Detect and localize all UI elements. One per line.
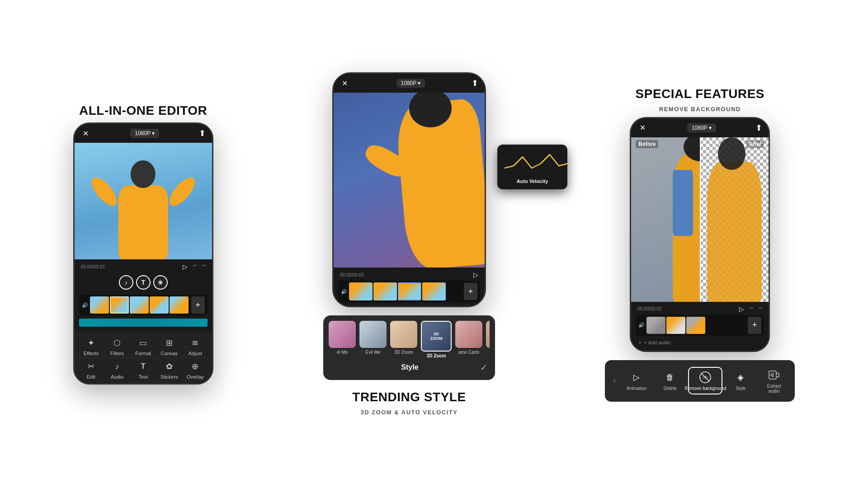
right-section: SPECIAL FEATURES REMOVE BACKGROUND ✕ 108… <box>605 87 795 402</box>
clip-3[interactable] <box>130 296 149 314</box>
center-video-preview <box>334 93 485 267</box>
right-clip-2[interactable] <box>666 317 685 334</box>
music-pin[interactable]: ♪ <box>119 275 133 290</box>
left-phone: ✕ 1080P ▾ ⬆ <box>73 122 213 385</box>
play-button[interactable]: ▷ <box>183 263 188 270</box>
clip-1[interactable] <box>90 296 109 314</box>
center-clip-track: 🔊 + <box>338 281 480 302</box>
center-close-button[interactable]: ✕ <box>340 78 350 88</box>
canvas-tool[interactable]: ⊞ Canvas <box>158 337 180 356</box>
right-clip-track: 🔊 + <box>636 315 764 336</box>
toolbar-row-2: ✂ Edit ♪ Audio T Text ✿ Stickers <box>75 358 212 381</box>
audio-icon: ♪ <box>111 360 123 373</box>
toolbar-row-1: ✦ Effects ⬡ Filters ▭ Format ⊞ Canvas <box>75 335 212 358</box>
right-clip-3[interactable] <box>686 317 705 334</box>
toolbar-back-arrow[interactable]: ‹ <box>610 374 618 387</box>
undo-button[interactable]: ↩ <box>193 263 197 270</box>
animation-icon: ▷ <box>630 371 643 384</box>
add-audio-icon: + <box>638 340 641 345</box>
center-upload-button[interactable]: ⬆ <box>472 78 478 88</box>
style-title-row: Style ✓ <box>329 358 490 375</box>
style-items-row: el Me Evil Me 3D Zoom 3DZOOM <box>329 321 490 358</box>
adjust-tool[interactable]: ≋ Adjust <box>184 337 207 356</box>
overlay-icon: ⊕ <box>189 360 202 373</box>
left-phone-topbar: ✕ 1080P ▾ ⬆ <box>75 124 212 143</box>
center-clip-2[interactable] <box>373 282 397 300</box>
center-clip-3[interactable] <box>398 282 421 300</box>
auto-velocity-card: Auto Velocity <box>497 145 567 189</box>
before-after-divider <box>700 137 701 302</box>
clip-4[interactable] <box>150 296 169 314</box>
right-upload-button[interactable]: ⬆ <box>755 123 762 133</box>
right-video-preview: Before After <box>631 137 769 302</box>
format-icon: ▭ <box>137 337 150 349</box>
mute-icon[interactable]: 🔊 <box>82 302 88 308</box>
right-undo-button[interactable]: ↩ <box>750 305 753 313</box>
effects-icon: ✦ <box>85 337 97 349</box>
style-item-3dzoom-active[interactable]: 3DZOOM 3D Zoom <box>421 321 452 358</box>
style-item-3dzoom1[interactable]: 3D Zoom <box>390 321 417 358</box>
add-clip-button[interactable]: + <box>191 296 205 314</box>
style-item-evilme[interactable]: Evil Me <box>359 321 387 358</box>
overlay-tool[interactable]: ⊕ Overlay <box>184 360 207 380</box>
center-timeline: 00:00/00:03 ▷ 🔊 + <box>334 267 485 306</box>
format-tool[interactable]: ▭ Format <box>132 337 155 356</box>
center-add-clip[interactable]: + <box>464 283 477 300</box>
center-clip-4[interactable] <box>422 282 446 300</box>
style-icon: ◈ <box>734 371 747 384</box>
track-clips <box>90 296 189 314</box>
canvas-icon: ⊞ <box>163 337 175 349</box>
upload-button[interactable]: ⬆ <box>199 128 206 138</box>
resolution-badge[interactable]: 1080P ▾ <box>130 129 159 138</box>
left-title: ALL-IN-ONE EDITOR <box>79 103 207 118</box>
before-after-labels: Before After <box>631 137 769 151</box>
animation-tool[interactable]: ▷ Animation <box>621 367 652 394</box>
filters-tool[interactable]: ⬡ Filters <box>106 337 128 356</box>
velocity-wave-chart <box>505 150 568 175</box>
right-mute-icon[interactable]: 🔊 <box>638 322 645 328</box>
right-add-clip[interactable]: + <box>748 317 761 334</box>
right-redo-button[interactable]: ↪ <box>759 305 762 313</box>
clip-5[interactable] <box>170 296 189 314</box>
right-resolution-badge[interactable]: 1080P ▾ <box>687 123 716 132</box>
style-confirm-button[interactable]: ✓ <box>480 362 488 373</box>
delete-icon: 🗑 <box>663 371 677 384</box>
right-phone-topbar: ✕ 1080P ▾ ⬆ <box>631 118 769 137</box>
center-subtitle: 3D ZOOM & AUTO VELOCITY <box>360 409 458 416</box>
right-close-button[interactable]: ✕ <box>637 123 647 133</box>
right-clip-1[interactable] <box>646 317 665 334</box>
right-play-button[interactable]: ▷ <box>739 305 744 313</box>
effect-pin[interactable]: ❀ <box>153 275 168 290</box>
center-play-button[interactable]: ▷ <box>473 271 478 278</box>
style-item-elme[interactable]: el Me <box>329 321 356 358</box>
style-item-cartoon[interactable]: ame Carto <box>455 321 482 358</box>
stickers-tool[interactable]: ✿ Stickers <box>158 360 180 380</box>
filters-icon: ⬡ <box>111 337 123 349</box>
close-button[interactable]: ✕ <box>81 128 91 138</box>
right-title: SPECIAL FEATURES <box>636 87 764 101</box>
right-time-display: 00:00/00:03 ▷ ↩ ↪ <box>636 305 764 313</box>
audio-tool[interactable]: ♪ Audio <box>106 360 128 380</box>
center-time-display: 00:00/00:03 ▷ <box>338 271 480 278</box>
center-resolution-badge[interactable]: 1080P ▾ <box>396 79 425 88</box>
text-pin[interactable]: T <box>136 275 151 290</box>
center-mute-icon[interactable]: 🔊 <box>341 289 347 295</box>
center-clip-1[interactable] <box>349 282 373 300</box>
effects-tool[interactable]: ✦ Effects <box>80 337 102 356</box>
extract-audio-icon <box>767 368 781 382</box>
redo-button[interactable]: ↪ <box>202 263 206 270</box>
right-subtitle: REMOVE BACKGROUND <box>659 106 741 113</box>
video-preview <box>75 143 212 259</box>
text-tool[interactable]: T Text <box>132 360 155 380</box>
edit-tool[interactable]: ✂ Edit <box>80 360 102 380</box>
left-section: ALL-IN-ONE EDITOR ✕ 1080P ▾ ⬆ <box>73 103 213 385</box>
remove-background-tool[interactable]: Remove background <box>688 367 722 394</box>
extract-audio-tool[interactable]: Extract audio <box>759 365 789 397</box>
delete-tool[interactable]: 🗑 Delete <box>655 367 685 394</box>
edit-icon: ✂ <box>85 360 97 373</box>
style-tool[interactable]: ◈ Style <box>725 367 756 394</box>
style-item-arty[interactable]: Arty <box>486 321 490 358</box>
clip-2[interactable] <box>110 296 129 314</box>
remove-background-icon <box>698 371 712 384</box>
pins-row: ♪ T ❀ <box>79 272 208 292</box>
